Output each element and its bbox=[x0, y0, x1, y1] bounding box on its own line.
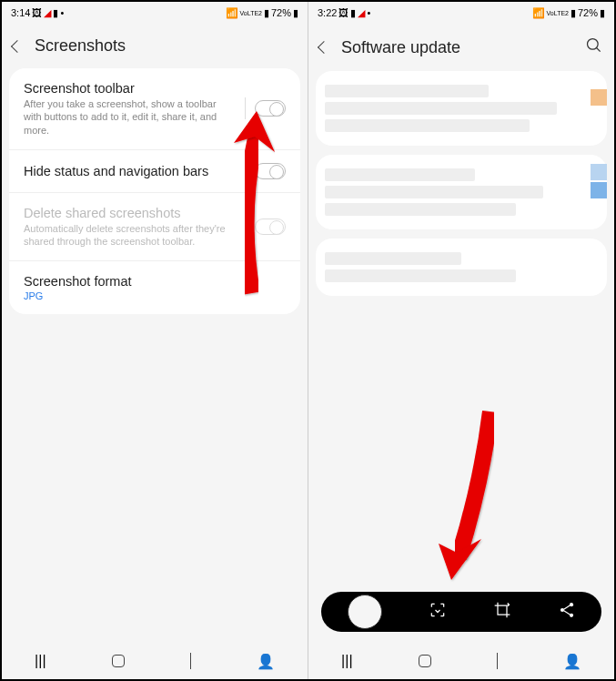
back-icon[interactable] bbox=[318, 41, 330, 54]
svg-point-4 bbox=[569, 614, 572, 617]
volte-icon: VoLTE2 bbox=[547, 10, 569, 16]
nav-bar: ||| 👤 bbox=[308, 643, 614, 679]
scroll-capture-icon[interactable] bbox=[429, 601, 447, 623]
msg-icon: ▮ bbox=[53, 7, 58, 19]
battery-icon: ▮ bbox=[293, 7, 298, 19]
row-screenshot-toolbar[interactable]: Screenshot toolbar After you take a scre… bbox=[9, 68, 300, 150]
gallery-icon: 🖼 bbox=[338, 7, 348, 18]
update-item-1[interactable] bbox=[316, 71, 607, 146]
accessibility-icon[interactable]: 👤 bbox=[257, 653, 275, 670]
battery-text: 72% bbox=[271, 7, 291, 18]
app-bar: Screenshots bbox=[2, 24, 308, 68]
status-bar: 3:14 🖼 ◢ ▮ • 📶 VoLTE2 ▮ 72% ▮ bbox=[2, 2, 308, 24]
nav-bar: ||| 👤 bbox=[2, 643, 308, 679]
toggle-screenshot-toolbar[interactable] bbox=[255, 100, 286, 117]
accessibility-icon[interactable]: 👤 bbox=[563, 653, 581, 670]
annotation-arrow-icon bbox=[404, 402, 513, 594]
row-title: Delete shared screenshots bbox=[24, 206, 246, 220]
airtel-icon: ◢ bbox=[358, 7, 365, 19]
toggle-delete-shared bbox=[255, 219, 286, 235]
wifi-icon: 📶 bbox=[532, 7, 545, 19]
update-item-2[interactable] bbox=[316, 155, 607, 229]
row-value: JPG bbox=[24, 290, 286, 301]
settings-card: Screenshot toolbar After you take a scre… bbox=[9, 68, 300, 314]
row-title: Screenshot toolbar bbox=[24, 81, 236, 96]
row-title: Screenshot format bbox=[24, 274, 286, 289]
gallery-icon: 🖼 bbox=[32, 7, 42, 18]
row-hide-bars[interactable]: Hide status and navigation bars bbox=[9, 150, 300, 193]
accent-badge bbox=[591, 182, 607, 198]
divider bbox=[245, 97, 246, 119]
phone-screenshots-settings: 3:14 🖼 ◢ ▮ • 📶 VoLTE2 ▮ 72% ▮ Screenshot… bbox=[2, 2, 308, 679]
svg-point-0 bbox=[588, 39, 599, 50]
row-subtitle: Automatically delete screenshots after t… bbox=[24, 222, 246, 249]
wifi-icon: 📶 bbox=[226, 7, 238, 19]
recents-icon[interactable]: ||| bbox=[341, 653, 352, 669]
battery-icon: ▮ bbox=[600, 7, 605, 19]
row-title: Hide status and navigation bars bbox=[24, 164, 246, 178]
back-nav-icon[interactable] bbox=[497, 653, 498, 669]
more-icon: • bbox=[367, 7, 370, 18]
signal-icon: ▮ bbox=[571, 7, 576, 19]
crop-icon[interactable] bbox=[493, 601, 511, 623]
signal-icon: ▮ bbox=[264, 7, 269, 19]
accent-badge bbox=[591, 164, 607, 180]
update-item-3[interactable] bbox=[316, 239, 607, 296]
status-time: 3:22 bbox=[318, 7, 337, 18]
status-bar: 3:22 🖼 ▮ ◢ • 📶 VoLTE2 ▮ 72% ▮ bbox=[308, 2, 614, 24]
msg-icon: ▮ bbox=[350, 7, 356, 19]
status-time: 3:14 bbox=[11, 7, 30, 18]
screenshot-thumbnail[interactable] bbox=[348, 595, 382, 629]
phone-software-update: 3:22 🖼 ▮ ◢ • 📶 VoLTE2 ▮ 72% ▮ Software u… bbox=[308, 2, 614, 679]
row-subtitle: After you take a screenshot, show a tool… bbox=[24, 97, 236, 137]
page-title: Software update bbox=[341, 38, 460, 57]
search-icon[interactable] bbox=[585, 36, 603, 58]
app-bar: Software update bbox=[308, 24, 614, 71]
row-format[interactable]: Screenshot format JPG bbox=[9, 261, 300, 314]
screenshot-toolbar bbox=[321, 592, 601, 632]
row-delete-shared: Delete shared screenshots Automatically … bbox=[9, 193, 300, 262]
recents-icon[interactable]: ||| bbox=[35, 653, 45, 669]
svg-point-3 bbox=[560, 608, 563, 612]
home-icon[interactable] bbox=[419, 655, 431, 667]
battery-text: 72% bbox=[578, 7, 598, 18]
svg-point-2 bbox=[569, 603, 572, 606]
share-icon[interactable] bbox=[558, 601, 576, 623]
volte-icon: VoLTE2 bbox=[240, 10, 262, 16]
svg-line-1 bbox=[597, 48, 601, 52]
airtel-icon: ◢ bbox=[44, 7, 51, 19]
more-icon: • bbox=[60, 7, 64, 18]
back-nav-icon[interactable] bbox=[190, 653, 191, 669]
page-title: Screenshots bbox=[35, 36, 126, 56]
toggle-hide-bars[interactable] bbox=[255, 163, 286, 179]
home-icon[interactable] bbox=[112, 655, 125, 667]
accent-badge bbox=[591, 89, 607, 106]
back-icon[interactable] bbox=[11, 39, 24, 52]
